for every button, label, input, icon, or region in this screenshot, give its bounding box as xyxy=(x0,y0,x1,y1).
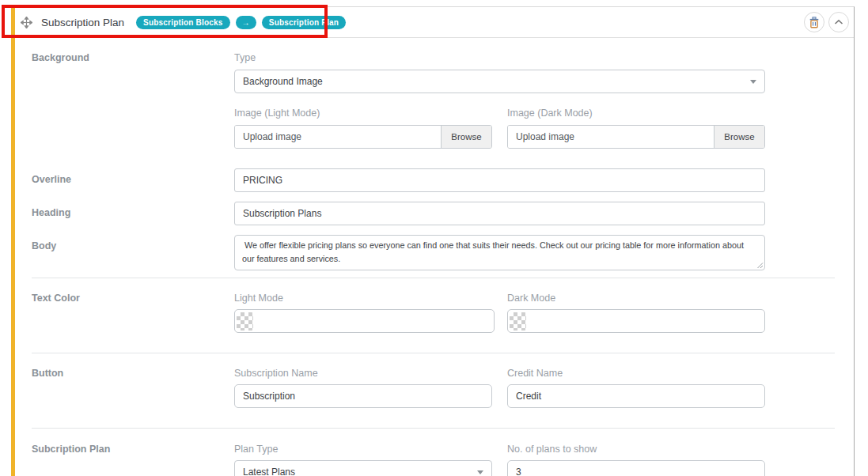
section-label-heading: Heading xyxy=(32,207,70,218)
transparency-checker-swatch xyxy=(510,312,526,331)
text-color-light-label: Light Mode xyxy=(234,293,283,304)
badge-block-category: Subscription Blocks xyxy=(136,16,230,29)
image-dark-label: Image (Dark Mode) xyxy=(507,108,593,119)
caret-down-icon xyxy=(477,470,483,474)
section-label-background: Background xyxy=(32,52,89,63)
image-light-label: Image (Light Mode) xyxy=(234,108,320,119)
image-dark-upload-group: Browse xyxy=(507,125,765,149)
background-type-label: Type xyxy=(234,52,256,63)
background-type-value: Background Image xyxy=(243,76,323,87)
image-light-upload-input[interactable] xyxy=(235,126,441,148)
section-label-subscription-plan: Subcription Plan xyxy=(32,444,110,455)
section-label-text-color: Text Color xyxy=(32,293,80,304)
image-dark-browse-button[interactable]: Browse xyxy=(714,126,764,148)
section-divider xyxy=(32,353,835,353)
transparency-checker-swatch xyxy=(237,312,253,331)
chevron-up-icon xyxy=(834,19,843,25)
plans-count-label: No. of plans to show xyxy=(507,444,597,455)
section-label-body: Body xyxy=(32,240,56,251)
collapse-block-button[interactable] xyxy=(828,12,849,32)
image-light-browse-button[interactable]: Browse xyxy=(441,126,491,148)
resize-grip-icon[interactable] xyxy=(756,262,764,269)
trash-icon xyxy=(809,17,820,28)
text-color-dark-picker[interactable] xyxy=(507,309,765,333)
overline-input[interactable] xyxy=(234,168,765,192)
subscription-name-label: Subscription Name xyxy=(234,368,318,379)
block-header: Subscription Plan Subscription Blocks → … xyxy=(15,7,854,38)
delete-block-button[interactable] xyxy=(804,12,824,32)
badge-arrow: → xyxy=(236,16,256,29)
plan-type-value: Latest Plans xyxy=(243,467,295,476)
image-dark-upload-input[interactable] xyxy=(508,126,714,148)
heading-input[interactable] xyxy=(234,202,765,225)
credit-name-label: Credit Name xyxy=(507,368,563,379)
plan-type-select[interactable]: Latest Plans xyxy=(234,460,492,476)
block-editor-canvas: Subscription Plan Subscription Blocks → … xyxy=(0,0,868,476)
badge-block-type: Subscription Plan xyxy=(262,16,346,29)
plan-type-label: Plan Type xyxy=(234,444,278,455)
subscription-plan-block-card: Subscription Plan Subscription Blocks → … xyxy=(11,6,855,476)
text-color-light-picker[interactable] xyxy=(234,309,495,333)
caret-down-icon xyxy=(750,80,756,84)
section-label-overline: Overline xyxy=(32,174,71,185)
section-divider xyxy=(32,278,835,278)
block-header-actions xyxy=(804,12,849,32)
subscription-name-input[interactable] xyxy=(234,384,492,408)
credit-name-input[interactable] xyxy=(507,384,765,408)
section-divider xyxy=(32,428,835,429)
image-light-upload-group: Browse xyxy=(234,125,492,149)
body-textarea[interactable]: We offer flexible pricing plans so every… xyxy=(234,235,765,270)
section-label-button: Button xyxy=(32,368,63,379)
plans-count-input[interactable] xyxy=(507,460,765,476)
text-color-dark-label: Dark Mode xyxy=(507,293,555,304)
move-handle-icon[interactable] xyxy=(21,17,32,28)
block-title: Subscription Plan xyxy=(41,17,124,28)
background-type-select[interactable]: Background Image xyxy=(234,70,765,93)
